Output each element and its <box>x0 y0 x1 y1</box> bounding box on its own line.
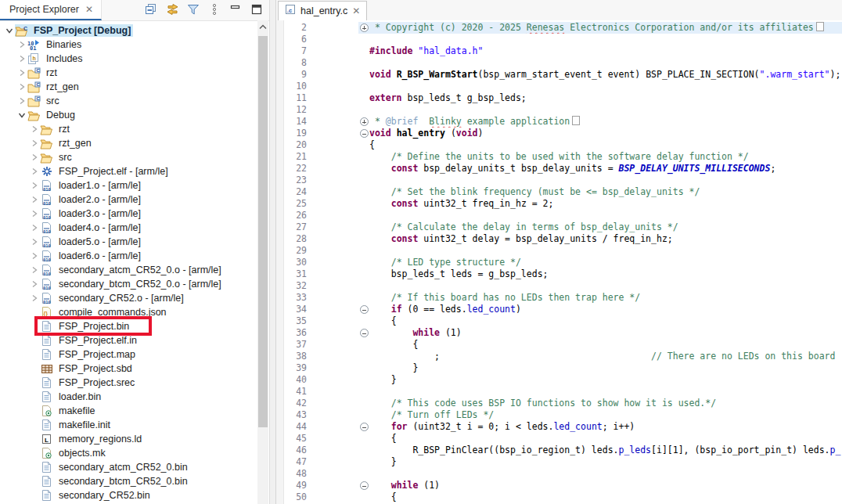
tree-item[interactable]: FSP_Project.srec <box>0 376 257 390</box>
chevron-right-icon[interactable] <box>16 95 27 107</box>
tree-item[interactable]: Crzt <box>0 66 257 80</box>
tree-item[interactable]: Crzt_gen <box>0 80 257 94</box>
tree-item[interactable]: 010loader3.o - [arm/le] <box>0 207 257 221</box>
tree-item[interactable]: loader.bin <box>0 390 257 404</box>
code-line[interactable]: 2 * Copyright (c) 2020 - 2025 Renesas El… <box>283 22 842 34</box>
fold-collapse-icon[interactable] <box>358 327 369 339</box>
chevron-right-icon[interactable] <box>28 151 40 164</box>
tree-item[interactable]: rzt <box>0 122 257 136</box>
code-line[interactable]: 44 for (uint32_t i = 0; i < leds.led_cou… <box>283 421 842 433</box>
scrollbar-thumb[interactable] <box>258 36 268 427</box>
code-line[interactable]: 21 /* Define the units to be used with t… <box>283 151 842 163</box>
chevron-down-icon[interactable] <box>16 109 27 121</box>
chevron-right-icon[interactable] <box>28 221 40 234</box>
tree-item[interactable]: FSP_Project.elf.in <box>0 333 257 347</box>
code-line[interactable]: 42 /* This code uses BSP IO functions to… <box>283 398 842 409</box>
chevron-right-icon[interactable] <box>28 207 40 220</box>
chevron-right-icon[interactable] <box>16 67 27 79</box>
code-line[interactable]: 14 * @brief Blinky example application <box>283 116 842 128</box>
chevron-right-icon[interactable] <box>28 236 40 248</box>
fold-expand-icon[interactable] <box>358 22 369 34</box>
code-line[interactable]: 27 /* Calculate the delay in terms of bs… <box>283 221 842 233</box>
link-with-editor-icon[interactable] <box>164 2 180 16</box>
collapse-all-icon[interactable] <box>143 2 159 16</box>
fold-collapse-icon[interactable] <box>358 128 369 139</box>
tree-scrollbar[interactable] <box>257 20 268 504</box>
tree-item[interactable]: 010loader1.o - [arm/le] <box>0 178 257 193</box>
code-line[interactable]: 47 } <box>283 456 842 468</box>
tree-item[interactable]: CFSP_Project [Debug] <box>0 23 257 38</box>
tree-item[interactable]: makefile.init <box>0 418 257 432</box>
view-menu-icon[interactable] <box>207 2 222 16</box>
code-line[interactable]: 36 while (1) <box>283 327 842 339</box>
folded-region-box[interactable] <box>816 22 824 31</box>
chevron-right-icon[interactable] <box>28 264 40 276</box>
tree-item[interactable]: FSP_Project.sbd <box>0 362 257 376</box>
tree-item[interactable]: FSP_Project.map <box>0 347 257 362</box>
tree-item[interactable]: Csrc <box>0 94 257 108</box>
tree-item[interactable]: FSP_Project.elf - [arm/le] <box>0 164 257 178</box>
tree-item[interactable]: objects.mk <box>0 446 257 460</box>
tree-item[interactable]: rzt_gen <box>0 136 257 150</box>
scroll-up-icon[interactable] <box>257 20 268 33</box>
tree-item[interactable]: 1001Binaries <box>0 38 257 52</box>
chevron-right-icon[interactable] <box>28 278 40 290</box>
code-line[interactable]: 7#include "hal_data.h" <box>283 45 842 57</box>
maximize-icon[interactable] <box>249 2 264 16</box>
fold-collapse-icon[interactable] <box>358 480 369 491</box>
code-line[interactable]: 25 const uint32_t freq_in_hz = 2; <box>283 198 842 210</box>
chevron-right-icon[interactable] <box>28 250 40 262</box>
code-line[interactable]: 12 <box>283 104 842 116</box>
code-line[interactable]: 43 /* Turn off LEDs */ <box>283 409 842 421</box>
tab-project-explorer[interactable]: Project Explorer ✕ <box>0 0 102 20</box>
tree-item[interactable]: FSP_Project.bin <box>0 319 257 333</box>
code-line[interactable]: 20{ <box>283 139 842 151</box>
filter-icon[interactable] <box>185 2 201 16</box>
code-line[interactable]: 45 { <box>283 433 842 445</box>
chevron-down-icon[interactable] <box>3 24 15 37</box>
tree-item[interactable]: Lmemory_regions.ld <box>0 432 257 446</box>
code-line[interactable]: 40 } <box>283 374 842 386</box>
close-icon[interactable]: ✕ <box>85 5 93 14</box>
fold-collapse-icon[interactable] <box>358 304 369 315</box>
chevron-right-icon[interactable] <box>28 165 40 178</box>
editor-content[interactable]: 2 * Copyright (c) 2020 - 2025 Renesas El… <box>276 20 842 504</box>
code-line[interactable]: 34 if (0 == leds.led_count) <box>283 304 842 315</box>
chevron-right-icon[interactable] <box>28 137 40 149</box>
close-icon[interactable]: ✕ <box>352 6 360 16</box>
code-line[interactable]: 24 /* Set the blink frequency (must be <… <box>283 186 842 198</box>
tree-item[interactable]: 010loader4.o - [arm/le] <box>0 221 257 235</box>
code-line[interactable]: 23 <box>283 175 842 186</box>
code-line[interactable]: 10 <box>283 81 842 92</box>
code-line[interactable]: 11extern bsp_leds_t g_bsp_leds; <box>283 92 842 104</box>
chevron-right-icon[interactable] <box>16 38 27 51</box>
code-line[interactable]: 29 <box>283 245 842 257</box>
tab-hal-entry-c[interactable]: .c hal_entry.c ✕ <box>278 1 367 20</box>
chevron-right-icon[interactable] <box>16 81 27 93</box>
chevron-right-icon[interactable] <box>16 52 27 65</box>
code-line[interactable]: 33 /* If this board has no LEDs then tra… <box>283 292 842 304</box>
code-line[interactable]: 19void hal_entry (void) <box>283 128 842 139</box>
panel-sash[interactable] <box>270 0 275 504</box>
tree-item[interactable]: 010secondary_CR52.o - [arm/le] <box>0 291 257 305</box>
code-line[interactable]: 30 /* LED type structure */ <box>283 257 842 268</box>
chevron-right-icon[interactable] <box>28 123 40 135</box>
tree-item[interactable]: 010loader6.o - [arm/le] <box>0 249 257 263</box>
code-line[interactable]: 8 <box>283 57 842 69</box>
code-line[interactable]: 39 } <box>283 362 842 374</box>
tree-item[interactable]: secondary_atcm_CR52_0.bin <box>0 460 257 474</box>
tree-item[interactable]: hIncludes <box>0 52 257 66</box>
tree-item[interactable]: 010secondary_atcm_CR52_0.o - [arm/le] <box>0 263 257 277</box>
code-line[interactable]: 50 { <box>283 491 842 503</box>
fold-collapse-icon[interactable] <box>358 421 369 433</box>
tree-item[interactable]: {}compile_commands.json <box>0 305 257 319</box>
code-line[interactable]: 41 <box>283 386 842 398</box>
minimize-icon[interactable] <box>228 2 243 16</box>
code-line[interactable]: 26 <box>283 210 842 221</box>
code-line[interactable]: 46 R_BSP_PinClear((bsp_io_region_t) leds… <box>283 445 842 456</box>
code-line[interactable]: 22 const bsp_delay_units_t bsp_delay_uni… <box>283 163 842 175</box>
code-line[interactable]: 38 ; // There are no LEDs on this board <box>283 351 842 362</box>
code-line[interactable]: 6 <box>283 34 842 45</box>
folded-region-box[interactable] <box>572 116 580 125</box>
code-line[interactable]: 49 while (1) <box>283 480 842 491</box>
